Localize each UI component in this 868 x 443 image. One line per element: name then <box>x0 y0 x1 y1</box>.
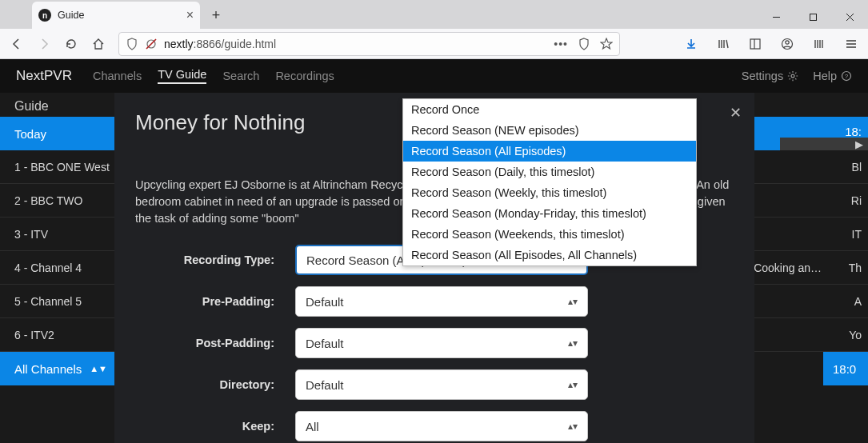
forward-button[interactable] <box>32 32 56 56</box>
chevron-sort-icon: ▴▾ <box>568 296 578 307</box>
window-close-button[interactable] <box>831 5 868 29</box>
svg-line-5 <box>146 39 156 49</box>
window-minimize-button[interactable] <box>758 5 794 29</box>
favicon-icon: n <box>38 9 51 22</box>
window-controls <box>758 5 868 29</box>
gear-icon <box>787 70 798 82</box>
nav-settings[interactable]: Settings <box>742 70 798 82</box>
recording-type-option[interactable]: Record Season (Weekly, this timeslot) <box>403 182 696 203</box>
reload-button[interactable] <box>59 32 83 56</box>
page-actions-icon[interactable]: ••• <box>554 38 568 50</box>
caret-sort-icon: ▲▼ <box>90 364 107 373</box>
keep-select[interactable]: All ▴▾ <box>295 411 588 441</box>
new-tab-button[interactable]: + <box>205 4 227 26</box>
chevron-sort-icon: ▴▾ <box>568 337 578 349</box>
tab-title: Guide <box>58 10 84 21</box>
close-icon[interactable]: ✕ <box>730 104 742 122</box>
svg-rect-1 <box>810 14 816 20</box>
tracking-off-icon[interactable] <box>145 38 158 50</box>
recording-type-option[interactable]: Record Season (Weekends, this timeslot) <box>403 224 696 245</box>
channel-row[interactable]: 3 - ITV <box>0 218 118 251</box>
sidebar-icon[interactable] <box>743 32 767 56</box>
home-button[interactable] <box>86 32 110 56</box>
post-padding-select[interactable]: Default ▴▾ <box>295 328 588 358</box>
label-keep: Keep: <box>135 420 295 433</box>
nav-tv-guide[interactable]: TV Guide <box>158 68 206 84</box>
chevron-sort-icon: ▴▾ <box>568 379 578 390</box>
label-post-padding: Post-Padding: <box>135 337 295 349</box>
label-recording-type: Recording Type: <box>135 253 295 266</box>
overflow-icon[interactable] <box>807 32 831 56</box>
nav-channels[interactable]: Channels <box>93 70 142 82</box>
channel-row[interactable]: 6 - ITV2 <box>0 318 118 352</box>
svg-point-9 <box>786 40 789 43</box>
channel-row[interactable]: 4 - Channel 4 <box>0 251 118 285</box>
time-footer: 18:0 <box>823 352 868 385</box>
browser-toolbar: nextly:8866/guide.html ••• <box>0 29 868 59</box>
scroll-right-icon[interactable]: ▶ <box>780 138 868 150</box>
hamburger-menu-icon[interactable] <box>839 32 863 56</box>
browser-tab[interactable]: n Guide × <box>32 2 200 29</box>
nav-search[interactable]: Search <box>222 70 259 82</box>
svg-point-13 <box>791 74 794 78</box>
url-text: nextly:8866/guide.html <box>164 38 276 50</box>
window-titlebar: n Guide × + <box>0 0 868 29</box>
recording-type-option[interactable]: Record Season (Daily, this timeslot) <box>403 162 696 182</box>
pre-padding-select[interactable]: Default ▴▾ <box>295 286 588 317</box>
channel-row[interactable]: 1 - BBC ONE West <box>0 150 118 184</box>
recording-type-option[interactable]: Record Season (Monday-Friday, this times… <box>403 203 696 224</box>
nav-recordings[interactable]: Recordings <box>275 70 334 82</box>
nav-help[interactable]: Help ? <box>813 70 852 82</box>
recording-type-option[interactable]: Record Season (NEW episodes) <box>403 120 696 141</box>
svg-rect-6 <box>750 39 760 49</box>
reader-shield-icon[interactable] <box>578 38 590 50</box>
recording-modal: ✕ Money for Nothing Upcycling expert EJ … <box>114 93 754 443</box>
svg-text:?: ? <box>845 73 849 80</box>
shield-icon[interactable] <box>126 38 138 50</box>
library-icon[interactable] <box>711 32 735 56</box>
downloads-icon[interactable] <box>679 32 703 56</box>
directory-select[interactable]: Default ▴▾ <box>295 369 588 400</box>
label-pre-padding: Pre-Padding: <box>135 295 295 308</box>
recording-type-options: Record OnceRecord Season (NEW episodes)R… <box>402 98 697 266</box>
tab-close-icon[interactable]: × <box>186 9 194 22</box>
window-maximize-button[interactable] <box>794 5 831 29</box>
address-bar[interactable]: nextly:8866/guide.html ••• <box>118 32 620 56</box>
all-channels-dropdown[interactable]: All Channels ▲▼ <box>0 352 118 385</box>
app-brand: NextPVR <box>16 68 72 84</box>
channel-row[interactable]: 2 - BBC TWO <box>0 184 118 218</box>
label-directory: Directory: <box>135 378 295 391</box>
bookmark-star-icon[interactable] <box>600 38 613 50</box>
channel-row[interactable]: 5 - Channel 5 <box>0 285 118 318</box>
recording-type-option[interactable]: Record Season (All Episodes) <box>403 141 696 162</box>
chevron-sort-icon: ▴▾ <box>568 421 578 432</box>
account-icon[interactable] <box>775 32 799 56</box>
help-icon: ? <box>841 70 852 82</box>
recording-type-option[interactable]: Record Once <box>403 99 696 120</box>
back-button[interactable] <box>5 32 29 56</box>
recording-type-option[interactable]: Record Season (All Episodes, All Channel… <box>403 245 696 265</box>
app-navbar: NextPVR Channels TV Guide Search Recordi… <box>0 59 868 93</box>
app-root: NextPVR Channels TV Guide Search Recordi… <box>0 59 868 443</box>
date-header[interactable]: Today <box>0 117 118 150</box>
